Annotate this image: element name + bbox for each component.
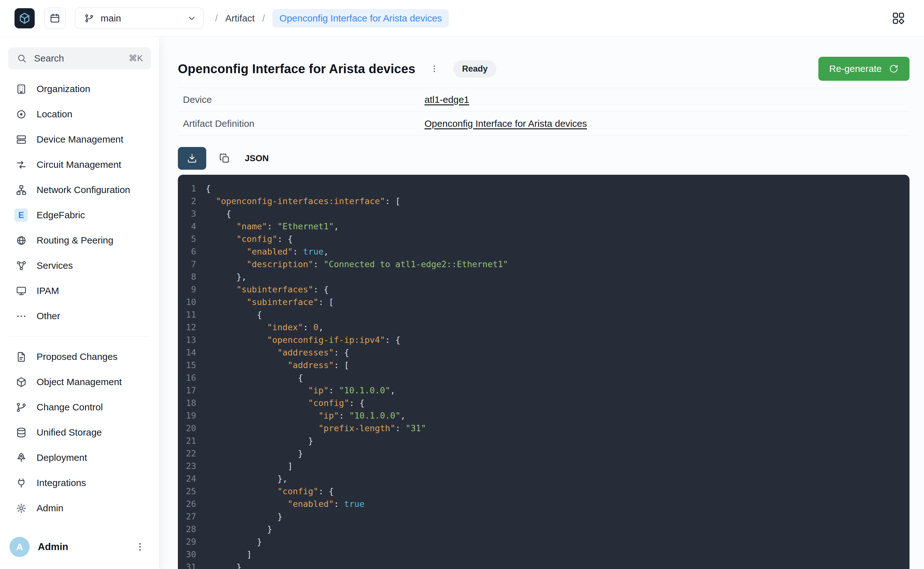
network-configuration-icon (15, 183, 28, 196)
line-number: 27 (178, 510, 206, 523)
sidebar-item-ipam[interactable]: IPAM (8, 278, 151, 303)
breadcrumb-item-artifact[interactable]: Artifact (225, 13, 254, 24)
code-panel: 1{2 "openconfig-interfaces:interface": [… (178, 175, 909, 569)
user-name: Admin (38, 541, 68, 552)
field-label: Device (183, 94, 424, 105)
calendar-button[interactable] (44, 8, 65, 29)
code-line: 29 } (178, 536, 909, 548)
services-icon (15, 259, 28, 272)
code-line: 19 "ip": "10.1.0.0", (178, 409, 909, 422)
code-text: } (206, 523, 909, 536)
sidebar-item-integrations[interactable]: Integrations (8, 470, 151, 496)
line-number: 12 (178, 321, 206, 334)
topbar: main / Artifact / Openconfig Interface f… (0, 0, 924, 37)
sidebar-item-network-configuration[interactable]: Network Configuration (8, 177, 151, 202)
code-text: }, (206, 473, 909, 485)
search-placeholder: Search (34, 53, 122, 64)
device-management-icon (15, 133, 28, 146)
code-text: "name": "Ethernet1", (206, 220, 909, 233)
line-number: 9 (178, 283, 206, 296)
copy-button[interactable] (216, 149, 233, 167)
download-button[interactable] (178, 147, 206, 170)
line-number: 29 (178, 536, 206, 548)
code-line: 4 "name": "Ethernet1", (178, 220, 909, 233)
line-number: 3 (178, 207, 206, 220)
format-label[interactable]: JSON (245, 153, 269, 163)
code-text: "ip": "10.1.0.0", (206, 409, 909, 422)
deployment-icon (15, 451, 28, 464)
sidebar-item-admin[interactable]: Admin (8, 496, 151, 521)
line-number: 5 (178, 233, 206, 245)
sidebar-item-device-management[interactable]: Device Management (8, 127, 151, 152)
code-text: "openconfig-interfaces:interface": [ (206, 195, 909, 207)
title-menu-button[interactable] (427, 62, 441, 76)
app-logo[interactable] (15, 8, 35, 28)
field-value-link[interactable]: Openconfig Interface for Arista devices (424, 118, 587, 129)
sidebar-item-organization[interactable]: Organization (8, 76, 151, 102)
sidebar-item-label: Organization (36, 84, 90, 94)
apps-grid-button[interactable] (888, 7, 909, 29)
code-line: 6 "enabled": true, (178, 245, 909, 258)
search-icon (17, 53, 27, 64)
sidebar-item-change-control[interactable]: Change Control (8, 395, 151, 420)
other-icon (15, 309, 28, 323)
branch-selector[interactable]: main (75, 8, 204, 29)
sidebar-item-label: Services (36, 260, 73, 271)
code-text: "subinterfaces": { (206, 283, 909, 296)
download-icon (186, 153, 198, 164)
code-line: 18 "config": { (178, 397, 909, 409)
line-number: 19 (178, 409, 206, 422)
line-number: 17 (178, 384, 206, 397)
code-text: { (206, 207, 909, 220)
code-text: "index": 0, (206, 321, 909, 334)
code-line: 12 "index": 0, (178, 321, 909, 334)
line-number: 16 (178, 371, 206, 384)
routing-peering-icon (15, 234, 28, 247)
line-number: 6 (178, 245, 206, 258)
line-number: 10 (178, 296, 206, 309)
code-text: "prefix-length": "31" (206, 422, 909, 435)
code-line: 5 "config": { (178, 233, 909, 245)
sidebar-item-deployment[interactable]: Deployment (8, 445, 151, 470)
sidebar-item-services[interactable]: Services (8, 253, 151, 278)
branch-chevron[interactable] (180, 8, 204, 29)
regenerate-button[interactable]: Re-generate (818, 57, 909, 81)
code-text: "openconfig-if-ip:ipv4": { (206, 334, 909, 346)
breadcrumb-item-current[interactable]: Openconfig Interface for Arista devices (272, 9, 449, 27)
sidebar-secondary-nav: Proposed ChangesObject ManagementChange … (8, 344, 151, 521)
sidebar-item-proposed-changes[interactable]: Proposed Changes (8, 344, 151, 369)
copy-icon (219, 153, 230, 164)
sidebar: Search ⌘K OrganizationLocationDevice Man… (0, 37, 160, 569)
line-number: 20 (178, 422, 206, 435)
code-text: "enabled": true, (206, 245, 909, 258)
code-toolbar: JSON (178, 147, 909, 170)
code-line: 31 } (178, 561, 909, 569)
sidebar-item-routing-peering[interactable]: Routing & Peering (8, 228, 151, 253)
sidebar-item-label: Proposed Changes (36, 351, 118, 362)
sidebar-item-location[interactable]: Location (8, 102, 151, 127)
code-line: 26 "enabled": true (178, 498, 909, 510)
user-menu-button[interactable] (132, 539, 148, 555)
proposed-changes-icon (15, 350, 28, 364)
line-number: 8 (178, 271, 206, 283)
line-number: 25 (178, 485, 206, 498)
code-text: } (206, 435, 909, 447)
line-number: 13 (178, 334, 206, 346)
sidebar-item-label: Location (36, 109, 72, 120)
status-badge: Ready (453, 60, 496, 78)
code-text: } (206, 536, 909, 548)
search-shortcut: ⌘K (129, 53, 143, 63)
search-input[interactable]: Search ⌘K (8, 47, 151, 69)
code-text: "config": { (206, 233, 909, 245)
sidebar-item-label: Deployment (36, 452, 87, 463)
sidebar-item-edgefabric[interactable]: EEdgeFabric (8, 202, 151, 228)
calendar-icon (49, 13, 61, 24)
field-value-link[interactable]: atl1-edge1 (424, 94, 469, 105)
sidebar-item-unified-storage[interactable]: Unified Storage (8, 420, 151, 445)
code-line: 17 "ip": "10.1.0.0", (178, 384, 909, 397)
branch-name: main (100, 13, 121, 24)
sidebar-item-circuit-management[interactable]: Circuit Management (8, 152, 151, 177)
sidebar-item-object-management[interactable]: Object Management (8, 369, 151, 395)
code-line: 22 } (178, 447, 909, 460)
sidebar-item-other[interactable]: Other (8, 303, 151, 329)
